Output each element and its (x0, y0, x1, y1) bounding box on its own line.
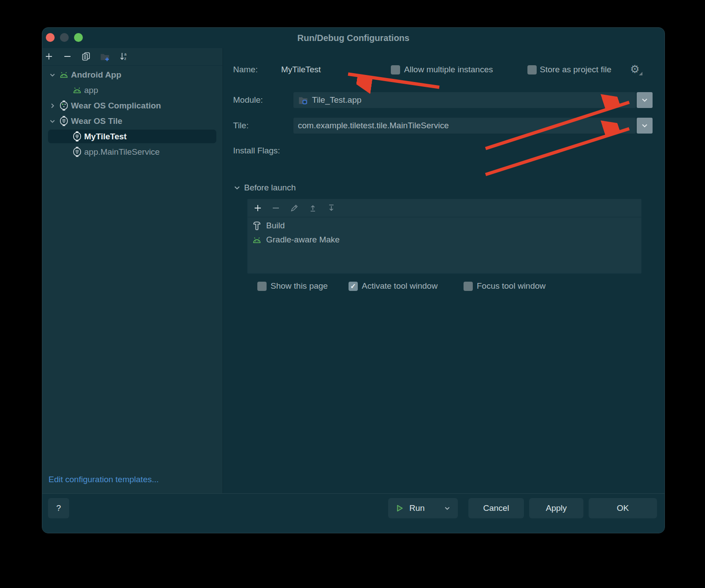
watch-tile-icon (59, 115, 69, 127)
run-debug-configurations-dialog: Run/Debug Configurations (42, 27, 665, 533)
tile-field[interactable]: com.example.tiletest.tile.MainTileServic… (293, 118, 636, 134)
module-dropdown-button[interactable] (637, 92, 653, 108)
show-this-page-label: Show this page (271, 281, 328, 291)
store-as-project-file-checkbox[interactable]: ✓ (527, 65, 537, 74)
tree-item-app-maintileservice[interactable]: app.MainTileService (42, 144, 223, 160)
android-icon (59, 71, 69, 78)
run-button[interactable]: Run (388, 498, 458, 518)
titlebar: Run/Debug Configurations (42, 28, 664, 48)
before-launch-task-build[interactable]: Build (248, 219, 641, 233)
gear-icon[interactable]: ⚙ (630, 64, 640, 74)
configurations-tree: Android App app (42, 67, 223, 160)
dialog-footer: ? Run Cancel Apply OK (42, 493, 664, 533)
configurations-sidebar: a z Android App (42, 48, 223, 493)
tree-item-wear-os-complication[interactable]: Wear OS Complication (42, 98, 223, 113)
android-icon (72, 86, 82, 94)
tree-item-wear-os-tile[interactable]: Wear OS Tile (42, 113, 223, 129)
hammer-icon (252, 220, 262, 231)
module-field[interactable]: Tile_Test.app (293, 92, 636, 108)
chevron-down-icon[interactable] (49, 71, 57, 78)
before-launch-collapse-icon[interactable] (233, 184, 241, 192)
android-icon (252, 236, 262, 244)
module-icon (298, 95, 308, 105)
chevron-down-icon (641, 96, 649, 104)
svg-text:a: a (124, 52, 126, 56)
add-task-icon[interactable] (251, 201, 264, 215)
watch-tile-icon (72, 146, 82, 157)
remove-task-icon[interactable] (269, 201, 282, 215)
run-options-chevron-icon[interactable] (444, 505, 451, 512)
apply-button[interactable]: Apply (529, 498, 583, 518)
svg-text:z: z (124, 56, 126, 61)
edit-configuration-templates-link[interactable]: Edit configuration templates... (48, 475, 159, 484)
dialog-title: Run/Debug Configurations (42, 28, 664, 48)
chevron-down-icon (641, 122, 649, 130)
watch-tile-icon (72, 131, 82, 142)
allow-multiple-instances-checkbox[interactable]: ✓ (391, 65, 400, 74)
move-up-icon[interactable] (306, 201, 319, 215)
remove-configuration-icon[interactable] (61, 50, 74, 63)
help-button[interactable]: ? (48, 498, 69, 518)
watch-complication-icon (59, 100, 69, 111)
chevron-right-icon[interactable] (49, 102, 57, 109)
store-as-project-file-label: Store as project file (540, 65, 612, 74)
add-configuration-icon[interactable] (42, 50, 56, 63)
focus-tool-window-label: Focus tool window (477, 281, 545, 291)
tree-item-mytiletest[interactable]: MyTileTest (42, 129, 223, 144)
activate-tool-window-checkbox[interactable]: ✓ (349, 282, 358, 291)
run-play-icon (395, 504, 404, 513)
ok-button[interactable]: OK (589, 498, 657, 518)
module-label: Module: (233, 95, 263, 105)
tree-item-app[interactable]: app (42, 82, 223, 98)
activate-tool-window-label: Activate tool window (362, 281, 438, 291)
tile-value: com.example.tiletest.tile.MainTileServic… (298, 121, 449, 130)
name-input[interactable]: MyTileTest (281, 65, 321, 74)
new-folder-icon[interactable] (98, 50, 111, 63)
cancel-button[interactable]: Cancel (468, 498, 524, 518)
allow-multiple-instances-label: Allow multiple instances (404, 65, 493, 74)
before-launch-task-gradle-make[interactable]: Gradle-aware Make (248, 233, 641, 247)
sidebar-toolbar: a z (42, 48, 223, 66)
sort-alphabetically-icon[interactable]: a z (117, 50, 130, 63)
before-launch-toolbar (248, 199, 641, 217)
edit-task-icon[interactable] (288, 201, 301, 215)
focus-tool-window-checkbox[interactable]: ✓ (464, 282, 473, 291)
name-label: Name: (233, 65, 258, 74)
copy-configuration-icon[interactable] (79, 50, 93, 63)
before-launch-title[interactable]: Before launch (244, 183, 296, 193)
tree-item-android-app[interactable]: Android App (42, 67, 223, 82)
install-flags-label: Install Flags: (233, 146, 280, 156)
before-launch-panel: Build Gradle-aware Make (247, 199, 642, 274)
module-value: Tile_Test.app (312, 95, 361, 105)
move-down-icon[interactable] (325, 201, 338, 215)
show-this-page-checkbox[interactable]: ✓ (257, 282, 267, 291)
chevron-down-icon[interactable] (49, 118, 57, 125)
tile-label: Tile: (233, 121, 249, 130)
tile-dropdown-button[interactable] (637, 118, 653, 134)
